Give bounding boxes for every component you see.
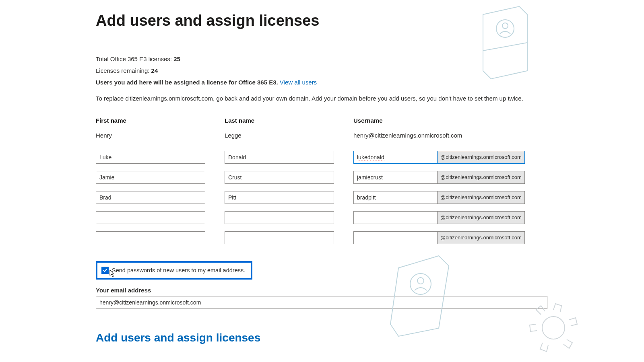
svg-point-4 bbox=[542, 317, 565, 339]
username-input[interactable] bbox=[353, 191, 437, 204]
last-name-input[interactable] bbox=[225, 151, 334, 164]
users-grid: First name Last name Username Henry Legg… bbox=[96, 117, 547, 244]
send-passwords-label: Send passwords of new users to my email … bbox=[112, 267, 245, 274]
first-name-input[interactable] bbox=[96, 211, 205, 224]
email-address-label: Your email address bbox=[96, 287, 547, 294]
total-licenses-label: Total Office 365 E3 licenses: bbox=[96, 56, 172, 62]
username-input[interactable] bbox=[353, 211, 437, 224]
user-card-illustration-2 bbox=[382, 252, 459, 340]
username-cell: @citizenlearnings.onmicrosoft.com bbox=[353, 211, 525, 224]
domain-suffix[interactable]: @citizenlearnings.onmicrosoft.com bbox=[437, 171, 525, 184]
existing-user-row: Henry Legge henry@citizenlearnings.onmic… bbox=[96, 131, 547, 140]
username-input[interactable] bbox=[353, 171, 437, 184]
domain-suffix[interactable]: @citizenlearnings.onmicrosoft.com bbox=[437, 151, 525, 164]
user-input-row: @citizenlearnings.onmicrosoft.com bbox=[96, 231, 547, 244]
username-cell: @citizenlearnings.onmicrosoft.com bbox=[353, 171, 525, 184]
last-name-input[interactable] bbox=[225, 171, 334, 184]
username-cell: @citizenlearnings.onmicrosoft.com bbox=[353, 231, 525, 244]
email-address-input[interactable] bbox=[96, 296, 547, 309]
domain-hint: To replace citizenlearnings.onmicrosoft.… bbox=[96, 95, 547, 102]
first-name-input[interactable] bbox=[96, 171, 205, 184]
header-row: First name Last name Username bbox=[96, 117, 547, 124]
send-passwords-checkbox-wrap[interactable]: Send passwords of new users to my email … bbox=[96, 261, 252, 280]
existing-last-name: Legge bbox=[225, 131, 334, 140]
last-name-input[interactable] bbox=[225, 191, 334, 204]
view-all-users-link[interactable]: View all users bbox=[280, 79, 317, 86]
total-licenses-value: 25 bbox=[173, 56, 180, 62]
first-name-input[interactable] bbox=[96, 151, 205, 164]
checkmark-icon bbox=[103, 268, 107, 273]
user-input-row: @citizenlearnings.onmicrosoft.com bbox=[96, 171, 547, 184]
remaining-licenses-label: Licenses remaining: bbox=[96, 67, 149, 74]
first-name-input[interactable] bbox=[96, 231, 205, 244]
domain-suffix[interactable]: @citizenlearnings.onmicrosoft.com bbox=[437, 231, 525, 244]
send-passwords-checkbox[interactable] bbox=[101, 267, 109, 274]
last-name-input[interactable] bbox=[225, 231, 334, 244]
svg-point-3 bbox=[417, 278, 424, 284]
existing-username: henry@citizenlearnings.onmicrosoft.com bbox=[353, 131, 525, 140]
user-input-row: @citizenlearnings.onmicrosoft.com bbox=[96, 191, 547, 204]
domain-suffix[interactable]: @citizenlearnings.onmicrosoft.com bbox=[437, 211, 525, 224]
username-cell: @citizenlearnings.onmicrosoft.com bbox=[353, 151, 525, 164]
existing-first-name: Henry bbox=[96, 131, 205, 140]
svg-point-1 bbox=[502, 23, 508, 29]
col-header-first-name: First name bbox=[96, 117, 205, 124]
last-name-input[interactable] bbox=[225, 211, 334, 224]
assign-description: Users you add here will be assigned a li… bbox=[96, 79, 278, 86]
username-input[interactable] bbox=[353, 151, 437, 164]
username-input[interactable] bbox=[353, 231, 437, 244]
first-name-input[interactable] bbox=[96, 191, 205, 204]
domain-suffix[interactable]: @citizenlearnings.onmicrosoft.com bbox=[437, 191, 525, 204]
remaining-licenses-value: 24 bbox=[151, 67, 158, 74]
col-header-username: Username bbox=[353, 117, 525, 124]
username-cell: @citizenlearnings.onmicrosoft.com bbox=[353, 191, 525, 204]
col-header-last-name: Last name bbox=[225, 117, 334, 124]
gear-illustration bbox=[523, 298, 584, 358]
user-card-illustration bbox=[471, 2, 539, 83]
user-input-row: @citizenlearnings.onmicrosoft.com bbox=[96, 151, 547, 164]
bottom-section-title: Add users and assign licenses bbox=[96, 331, 547, 344]
user-input-row: @citizenlearnings.onmicrosoft.com bbox=[96, 211, 547, 224]
